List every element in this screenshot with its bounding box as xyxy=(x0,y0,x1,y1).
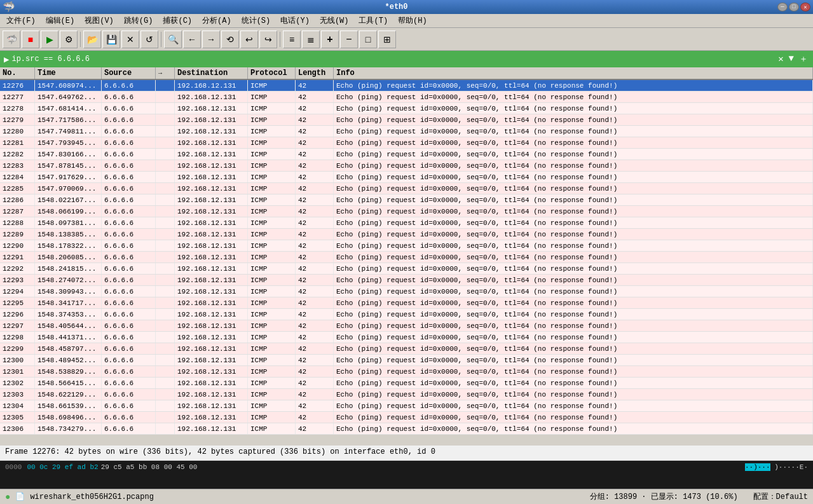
prev-pkt-button[interactable]: ↩ xyxy=(240,31,258,48)
menu-item-捕获(C)[interactable]: 捕获(C) xyxy=(158,14,197,27)
col-no[interactable]: No. xyxy=(0,67,35,79)
table-row[interactable]: 122841547.917629...6.6.6.6192.168.12.131… xyxy=(0,172,813,183)
cell-dst: 192.168.12.131 xyxy=(175,160,248,171)
next-pkt-button[interactable]: ↪ xyxy=(259,31,277,48)
table-row[interactable]: 123011548.538829...6.6.6.6192.168.12.131… xyxy=(0,366,813,378)
table-row[interactable]: 123001548.489452...6.6.6.6192.168.12.131… xyxy=(0,355,813,366)
menu-item-电话(Y)[interactable]: 电话(Y) xyxy=(275,14,315,27)
table-row[interactable]: 123061548.734279...6.6.6.6192.168.12.131… xyxy=(0,423,813,435)
filter-clear-button[interactable]: ✕ xyxy=(777,53,784,65)
save-button[interactable]: 💾 xyxy=(102,31,120,48)
col-length[interactable]: Length xyxy=(296,67,334,79)
table-row[interactable]: 122871548.066199...6.6.6.6192.168.12.131… xyxy=(0,206,813,217)
cell-info: Echo (ping) request id=0x0000, seq=0/0, … xyxy=(334,206,813,217)
table-row[interactable]: 122901548.178322...6.6.6.6192.168.12.131… xyxy=(0,240,813,252)
options-button[interactable]: ⚙ xyxy=(60,31,78,48)
menu-item-分析(A)[interactable]: 分析(A) xyxy=(197,14,236,27)
cell-src: 6.6.6.6 xyxy=(102,126,156,137)
table-row[interactable]: 122821547.830166...6.6.6.6192.168.12.131… xyxy=(0,149,813,160)
menu-item-视图(V)[interactable]: 视图(V) xyxy=(79,14,119,27)
filter-input[interactable]: ip.src == 6.6.6.6 xyxy=(11,53,774,65)
cell-proto: ICMP xyxy=(248,275,296,285)
menu-item-帮助(H)[interactable]: 帮助(H) xyxy=(393,14,432,27)
resize-cols-button[interactable]: ⊞ xyxy=(378,31,396,48)
table-row[interactable]: 122991548.458797...6.6.6.6192.168.12.131… xyxy=(0,343,813,355)
cell-src: 6.6.6.6 xyxy=(102,286,156,297)
colorize-button[interactable]: ≡ xyxy=(283,31,301,48)
table-row[interactable]: 122881548.097381...6.6.6.6192.168.12.131… xyxy=(0,217,813,229)
cell-arrow xyxy=(156,366,175,377)
table-row[interactable]: 122931548.274072...6.6.6.6192.168.12.131… xyxy=(0,275,813,286)
zoom-in-button[interactable]: + xyxy=(321,31,339,48)
cell-time: 1548.097381... xyxy=(35,217,102,228)
filter-save-button[interactable]: ▼ xyxy=(788,53,795,65)
go-back-button[interactable]: ← xyxy=(183,31,201,48)
col-info[interactable]: Info xyxy=(334,67,813,79)
col-source[interactable]: Source xyxy=(102,67,156,79)
filter-add-button[interactable]: ＋ xyxy=(798,53,809,65)
table-row[interactable]: 122761547.608974...6.6.6.6192.168.12.131… xyxy=(0,80,813,92)
zoom-reset-button[interactable]: □ xyxy=(359,31,377,48)
menu-item-统计(S)[interactable]: 统计(S) xyxy=(236,14,276,27)
go-first-button[interactable]: ⟲ xyxy=(221,31,239,48)
table-row[interactable]: 122851547.970069...6.6.6.6192.168.12.131… xyxy=(0,183,813,194)
table-row[interactable]: 122771547.649762...6.6.6.6192.168.12.131… xyxy=(0,92,813,103)
col-destination[interactable]: Destination xyxy=(175,67,248,79)
table-row[interactable]: 123051548.698496...6.6.6.6192.168.12.131… xyxy=(0,412,813,423)
table-row[interactable]: 122801547.749811...6.6.6.6192.168.12.131… xyxy=(0,126,813,137)
table-row[interactable]: 122831547.878145...6.6.6.6192.168.12.131… xyxy=(0,160,813,172)
menu-item-工具(T)[interactable]: 工具(T) xyxy=(353,14,393,27)
menu-item-跳转(G)[interactable]: 跳转(G) xyxy=(119,14,158,27)
table-row[interactable]: 123031548.622129...6.6.6.6192.168.12.131… xyxy=(0,389,813,400)
cell-no: 12300 xyxy=(0,355,35,365)
table-row[interactable]: 122971548.405644...6.6.6.6192.168.12.131… xyxy=(0,320,813,332)
cell-src: 6.6.6.6 xyxy=(102,252,156,262)
table-row[interactable]: 122941548.309943...6.6.6.6192.168.12.131… xyxy=(0,286,813,297)
col-time[interactable]: Time xyxy=(35,67,102,79)
start-capture-button[interactable]: ▶ xyxy=(41,31,58,48)
table-row[interactable]: 122891548.138385...6.6.6.6192.168.12.131… xyxy=(0,229,813,240)
table-row[interactable]: 122921548.241815...6.6.6.6192.168.12.131… xyxy=(0,263,813,275)
cell-no: 12299 xyxy=(0,343,35,354)
cell-src: 6.6.6.6 xyxy=(102,400,156,411)
cell-arrow xyxy=(156,332,175,343)
cell-proto: ICMP xyxy=(248,240,296,251)
zoom-out-button[interactable]: − xyxy=(340,31,358,48)
frame-info: Frame 12276: 42 bytes on wire (336 bits)… xyxy=(0,446,813,461)
close-capture-button[interactable]: ✕ xyxy=(121,31,139,48)
auto-scroll-button[interactable]: ≣ xyxy=(302,31,320,48)
table-row[interactable]: 122981548.441371...6.6.6.6192.168.12.131… xyxy=(0,332,813,343)
table-row[interactable]: 122911548.206085...6.6.6.6192.168.12.131… xyxy=(0,252,813,263)
cell-time: 1548.274072... xyxy=(35,275,102,285)
packets-body: 122761547.608974...6.6.6.6192.168.12.131… xyxy=(0,80,813,446)
table-row[interactable]: 122951548.341717...6.6.6.6192.168.12.131… xyxy=(0,297,813,309)
cell-len: 42 xyxy=(296,423,334,434)
menu-item-无线(W)[interactable]: 无线(W) xyxy=(315,14,354,27)
table-row[interactable]: 123041548.661539...6.6.6.6192.168.12.131… xyxy=(0,400,813,412)
table-row[interactable]: 123021548.566415...6.6.6.6192.168.12.131… xyxy=(0,378,813,389)
cell-no: 12285 xyxy=(0,183,35,194)
table-row[interactable]: 122811547.793945...6.6.6.6192.168.12.131… xyxy=(0,137,813,149)
shark-fin-button[interactable]: 🦈 xyxy=(3,31,20,48)
minimize-button[interactable]: ─ xyxy=(777,3,788,11)
cell-proto: ICMP xyxy=(248,366,296,377)
cell-dst: 192.168.12.131 xyxy=(175,114,248,125)
cell-src: 6.6.6.6 xyxy=(102,92,156,102)
table-row[interactable]: 122861548.022167...6.6.6.6192.168.12.131… xyxy=(0,194,813,206)
cell-no: 12306 xyxy=(0,423,35,434)
go-fwd-button[interactable]: → xyxy=(202,31,220,48)
stop-capture-button[interactable]: ■ xyxy=(22,31,39,48)
hex-bytes-normal: 29 c5 a5 bb 08 00 45 00 xyxy=(101,463,198,471)
reload-button[interactable]: ↺ xyxy=(140,31,158,48)
find-button[interactable]: 🔍 xyxy=(164,31,182,48)
col-protocol[interactable]: Protocol xyxy=(248,67,296,79)
open-button[interactable]: 📂 xyxy=(83,31,101,48)
table-row[interactable]: 122961548.374353...6.6.6.6192.168.12.131… xyxy=(0,309,813,320)
cell-len: 42 xyxy=(296,252,334,262)
table-row[interactable]: 122781547.681414...6.6.6.6192.168.12.131… xyxy=(0,103,813,114)
close-button[interactable]: ✕ xyxy=(800,3,810,11)
table-row[interactable]: 122791547.717586...6.6.6.6192.168.12.131… xyxy=(0,114,813,126)
menu-item-文件(F)[interactable]: 文件(F) xyxy=(1,14,41,27)
maximize-button[interactable]: □ xyxy=(789,3,799,11)
menu-item-编辑(E)[interactable]: 编辑(E) xyxy=(41,14,80,27)
